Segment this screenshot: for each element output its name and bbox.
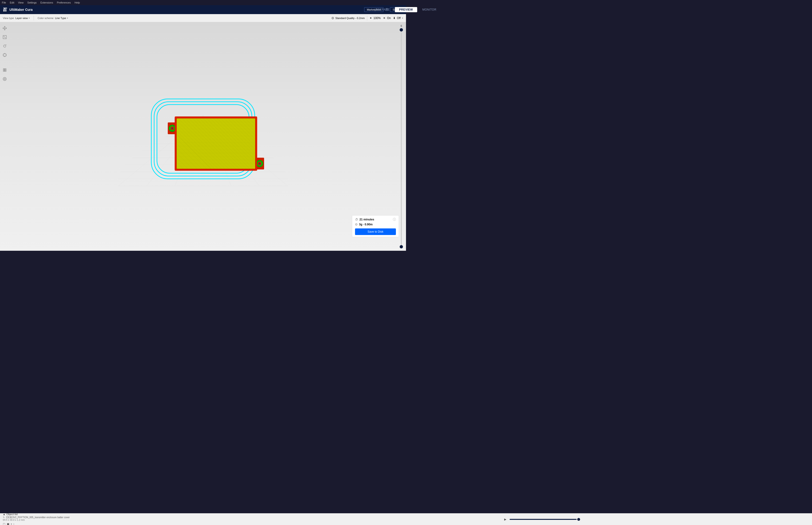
color-scheme-label: Color scheme	[37, 17, 53, 19]
viewport[interactable]: 6 ⏱ 21 minutes ⓘ ⊙ 3g · 0.90m Save to Di…	[0, 22, 406, 251]
svg-point-99	[171, 127, 173, 129]
svg-line-95	[177, 167, 224, 202]
xray-group: ✦ 100%	[370, 16, 381, 20]
time-row: ⏱ 21 minutes ⓘ	[355, 217, 396, 222]
print-info-card: ⏱ 21 minutes ⓘ ⊙ 3g · 0.90m Save to Disk	[352, 215, 399, 237]
toolbar-right: ⚙ Standard Quality - 0.2mm ✦ 100% ☀ On ⬇…	[331, 16, 403, 20]
menu-help[interactable]: Help	[75, 1, 80, 4]
quality-selector[interactable]: ⚙ Standard Quality - 0.2mm	[331, 16, 365, 20]
svg-point-122	[3, 77, 6, 80]
color-scheme-value: Line Type	[55, 17, 66, 19]
svg-rect-117	[3, 69, 4, 70]
menu-settings[interactable]: Settings	[27, 1, 37, 4]
time-info: ⏱ 21 minutes	[355, 218, 374, 221]
view-type-label: View type	[3, 17, 14, 19]
view-type-chevron: ▾	[29, 17, 30, 19]
tool-snap[interactable]	[1, 52, 8, 58]
menu-preferences[interactable]: Preferences	[57, 1, 71, 4]
toolbar: View type Layer view ▾ Color scheme Line…	[0, 14, 406, 22]
nav-preview[interactable]: PREVIEW	[395, 7, 406, 12]
svg-rect-0	[3, 9, 4, 12]
xray-value: 100%	[373, 16, 381, 20]
view-type-value: Layer view	[16, 17, 28, 19]
logo-icon	[3, 7, 7, 12]
light-icon: ☀	[383, 16, 386, 20]
svg-rect-106	[175, 117, 176, 170]
svg-rect-107	[256, 117, 257, 170]
menu-edit[interactable]: Edit	[10, 1, 14, 4]
download-group: ⬇ Off ▾	[393, 16, 403, 20]
light-value: On	[387, 16, 391, 20]
svg-point-121	[4, 78, 5, 80]
svg-rect-2	[6, 9, 6, 12]
menu-view[interactable]: View	[18, 1, 24, 4]
tool-scale[interactable]	[1, 34, 8, 41]
download-icon: ⬇	[393, 16, 395, 20]
svg-rect-105	[175, 169, 257, 170]
header: UltiMaker Cura PREPARE PREVIEW MONITOR M…	[0, 5, 406, 14]
svg-rect-104	[175, 117, 257, 118]
quality-label: Standard Quality - 0.2mm	[335, 17, 365, 19]
svg-line-111	[4, 36, 6, 38]
view-type-group: View type Layer view ▾	[3, 17, 30, 19]
color-scheme-group: Color scheme Line Type ▾	[37, 17, 68, 19]
print-preview-svg	[119, 80, 288, 202]
light-group: ☀ On	[383, 16, 391, 20]
clock-icon: ⏱	[355, 218, 358, 221]
tool-support[interactable]	[1, 67, 8, 73]
color-scheme-select[interactable]: Line Type ▾	[55, 17, 68, 19]
svg-rect-120	[5, 70, 6, 72]
material-amount: 3g · 0.90m	[359, 223, 373, 226]
svg-rect-119	[3, 70, 4, 72]
info-icon[interactable]: ⓘ	[393, 217, 396, 222]
main-nav: PREPARE PREVIEW MONITOR	[371, 7, 406, 12]
layer-slider[interactable]: 6	[399, 25, 404, 249]
download-chevron: ▾	[402, 17, 403, 19]
view-type-select[interactable]: Layer view ▾	[16, 17, 30, 19]
toolbar-sep-2	[367, 16, 367, 20]
app-title: UltiMaker Cura	[10, 8, 33, 12]
tool-rotate[interactable]	[1, 43, 8, 49]
material-row: ⊙ 3g · 0.90m	[355, 223, 396, 226]
svg-rect-1	[4, 8, 5, 12]
app-logo: UltiMaker Cura	[3, 7, 33, 12]
tool-move[interactable]	[1, 25, 8, 31]
layer-thumb-bottom[interactable]	[400, 245, 403, 249]
tool-custom[interactable]	[1, 76, 8, 82]
print-time: 21 minutes	[359, 218, 374, 221]
layer-number-top: 6	[401, 25, 402, 27]
svg-rect-3	[3, 8, 7, 9]
svg-rect-118	[5, 69, 6, 70]
menu-bar: File Edit View Settings Extensions Prefe…	[0, 0, 406, 5]
svg-point-103	[259, 163, 261, 165]
save-to-disk-button[interactable]: Save to Disk	[355, 228, 396, 235]
menu-file[interactable]: File	[2, 1, 6, 4]
menu-extensions[interactable]: Extensions	[41, 1, 53, 4]
filament-icon: ⊙	[355, 223, 357, 226]
left-tools-panel	[0, 22, 10, 251]
download-value: Off	[397, 16, 401, 20]
quality-icon: ⚙	[331, 16, 334, 20]
layer-track[interactable]	[401, 28, 402, 249]
print-canvas	[0, 22, 406, 251]
layer-thumb-top[interactable]	[400, 28, 403, 31]
xray-icon: ✦	[370, 16, 372, 20]
nav-prepare[interactable]: PREPARE	[371, 7, 394, 12]
color-scheme-chevron: ▾	[67, 17, 68, 19]
svg-rect-24	[177, 118, 255, 169]
material-info: ⊙ 3g · 0.90m	[355, 223, 373, 226]
